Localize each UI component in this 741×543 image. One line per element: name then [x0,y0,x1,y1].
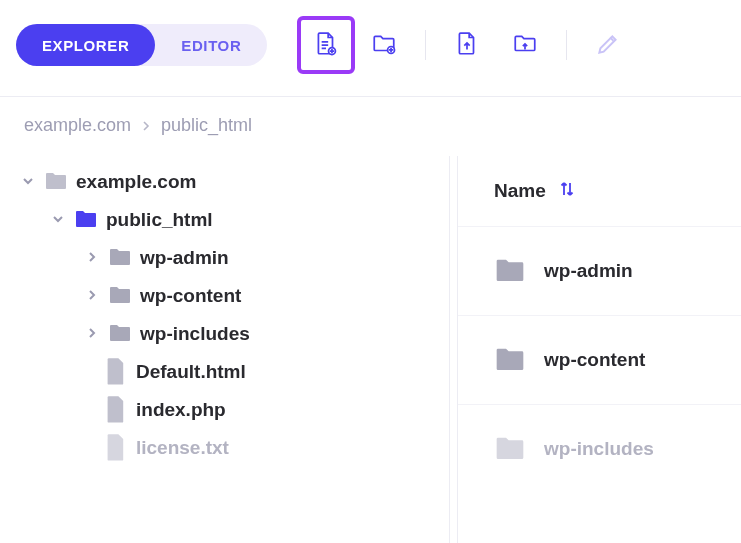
chevron-right-icon [84,325,100,341]
file-icon [104,436,128,458]
mode-toggle: EXPLORER EDITOR [16,24,267,66]
tree-node-label: wp-includes [140,324,250,343]
folder-icon [108,284,132,306]
top-toolbar: EXPLORER EDITOR [0,0,741,96]
pane-resize-handle[interactable] [450,156,458,543]
chevron-right-icon [84,249,100,265]
breadcrumb-item[interactable]: public_html [161,115,252,136]
folder-open-icon [74,208,98,230]
upload-folder-icon [512,31,538,60]
folder-icon [108,322,132,344]
folder-icon [494,346,526,374]
tree-node-file[interactable]: Default.html [14,352,439,390]
tree-node-label: wp-content [140,286,241,305]
main-split: example.com public_html [0,156,741,543]
tree-node-folder[interactable]: wp-content [14,276,439,314]
toolbar-divider [425,30,426,60]
chevron-right-icon [141,115,151,136]
list-item-label: wp-includes [544,438,654,460]
file-icon [104,360,128,382]
tree-node-folder[interactable]: wp-includes [14,314,439,352]
list-item[interactable]: wp-admin [458,226,741,315]
pencil-icon [595,31,621,60]
folder-icon [108,246,132,268]
file-list-pane: Name wp-admin wp-content w [458,156,741,543]
upload-folder-button[interactable] [496,16,554,74]
toolbar-actions [297,16,637,74]
column-header-name: Name [494,180,546,202]
sort-icon [558,180,576,202]
new-folder-button[interactable] [355,16,413,74]
tree-node-label: wp-admin [140,248,229,267]
tree-node-public-html[interactable]: public_html [14,200,439,238]
tree-node-label: license.txt [136,438,229,457]
toolbar-divider [566,30,567,60]
tree-node-root[interactable]: example.com [14,162,439,200]
breadcrumb: example.com public_html [0,97,741,156]
edit-button[interactable] [579,16,637,74]
breadcrumb-item[interactable]: example.com [24,115,131,136]
list-item[interactable]: wp-content [458,315,741,404]
chevron-down-icon [20,173,36,189]
tree-node-label: Default.html [136,362,246,381]
folder-icon [494,257,526,285]
folder-icon [494,435,526,463]
list-item[interactable]: wp-includes [458,404,741,493]
tree-node-file[interactable]: index.php [14,390,439,428]
file-icon [104,398,128,420]
explorer-tab[interactable]: EXPLORER [16,24,155,66]
tree-node-label: index.php [136,400,226,419]
upload-file-button[interactable] [438,16,496,74]
tree-node-label: public_html [106,210,213,229]
folder-tree-pane: example.com public_html [0,156,450,543]
list-column-header[interactable]: Name [458,168,741,226]
list-item-label: wp-admin [544,260,633,282]
new-file-icon [313,31,339,60]
list-item-label: wp-content [544,349,645,371]
new-file-button[interactable] [297,16,355,74]
chevron-down-icon [50,211,66,227]
new-folder-icon [371,31,397,60]
chevron-right-icon [84,287,100,303]
tree-node-folder[interactable]: wp-admin [14,238,439,276]
folder-icon [44,170,68,192]
upload-file-icon [454,31,480,60]
editor-tab[interactable]: EDITOR [155,24,267,66]
tree-node-file[interactable]: license.txt [14,428,439,466]
tree-node-label: example.com [76,172,196,191]
